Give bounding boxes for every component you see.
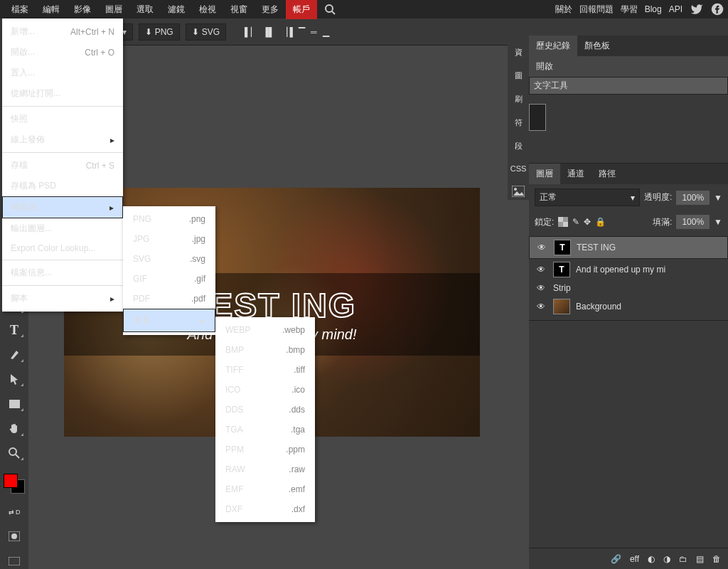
tab-paths[interactable]: 路徑 [592, 164, 623, 184]
delete-layer-icon[interactable]: 🗑 [712, 554, 721, 564]
hand-tool[interactable] [4, 420, 24, 437]
layer-name[interactable]: Strip [553, 283, 571, 293]
menu-open[interactable]: 開啟...Ctrl + O [2, 42, 123, 63]
menu-layer[interactable]: 圖層 [98, 0, 129, 19]
menu-window[interactable]: 視窗 [223, 0, 255, 19]
pen-tool[interactable] [4, 346, 24, 363]
export-emf[interactable]: EMF.emf [215, 479, 315, 499]
export-jpg[interactable]: JPG.jpg [123, 229, 215, 249]
layer-row[interactable]: 👁 Background [529, 296, 728, 317]
side-tab-image-icon[interactable] [510, 183, 526, 200]
menu-view[interactable]: 檢視 [192, 0, 223, 19]
folder-icon[interactable]: 🗀 [679, 554, 687, 564]
screen-mode[interactable] [4, 553, 24, 569]
layer-name[interactable]: TEST ING [577, 243, 616, 252]
visibility-icon[interactable]: 👁 [535, 265, 547, 275]
menu-select[interactable]: 選取 [129, 0, 161, 19]
zoom-tool[interactable] [4, 445, 24, 462]
export-pdf[interactable]: PDF.pdf [123, 289, 215, 309]
layer-row[interactable]: 👁 T And it opened up my mi [529, 259, 728, 280]
export-dds[interactable]: DDS.dds [215, 400, 315, 420]
export-raw[interactable]: RAW.raw [215, 459, 315, 479]
layer-row[interactable]: 👁 T TEST ING [529, 236, 728, 259]
side-tab-layers[interactable]: 圖 [513, 68, 524, 84]
search-icon[interactable] [317, 0, 343, 18]
menu-export-as[interactable]: 轉存為▸ [2, 196, 123, 218]
export-svg[interactable]: SVG.svg [123, 249, 215, 269]
layer-row[interactable]: 👁 Strip [529, 280, 728, 296]
link-blog[interactable]: Blog [645, 4, 662, 14]
quick-mask[interactable] [4, 528, 24, 545]
menu-publish[interactable]: 線上發佈▸ [2, 129, 123, 150]
align-center-h-icon[interactable]: ▐▌ [263, 27, 275, 37]
visibility-icon[interactable]: 👁 [535, 283, 547, 293]
menu-export-layers[interactable]: 輸出圖層... [2, 218, 123, 239]
link-api[interactable]: API [669, 4, 682, 14]
link-report[interactable]: 回報問題 [579, 4, 614, 16]
mask-icon[interactable]: ◐ [648, 554, 655, 564]
visibility-icon[interactable]: 👁 [535, 302, 547, 312]
tab-swatches[interactable]: 顏色板 [577, 36, 617, 56]
side-tab-brush[interactable]: 刷 [513, 91, 524, 107]
link-layers-icon[interactable]: 🔗 [611, 554, 621, 564]
export-tiff[interactable]: TIFF.tiff [215, 360, 315, 380]
align-left-icon[interactable]: ▌▏ [245, 27, 257, 37]
layer-effects-icon[interactable]: eff [630, 554, 639, 564]
side-tab-css[interactable]: CSS [509, 161, 528, 176]
align-top-icon[interactable]: ▔ [299, 27, 305, 37]
export-dxf[interactable]: DXF.dxf [215, 499, 315, 519]
tab-channels[interactable]: 通道 [560, 164, 592, 184]
menu-more[interactable]: 更多 [255, 0, 286, 19]
export-more[interactable]: 更多▸ [123, 309, 215, 332]
align-right-icon[interactable]: ▕▐ [281, 27, 294, 37]
blend-mode-select[interactable]: 正常▾ [535, 188, 640, 206]
menu-snapshot[interactable]: 快照 [2, 109, 123, 129]
shape-tool[interactable] [4, 395, 24, 412]
export-gif[interactable]: GIF.gif [123, 269, 215, 289]
opacity-value[interactable]: 100% [676, 191, 710, 205]
align-bottom-icon[interactable]: ▁ [323, 27, 329, 37]
swap-colors[interactable]: ⇄ D [4, 504, 24, 520]
lock-transparency-icon[interactable] [558, 217, 568, 227]
side-tab-info[interactable]: 資 [513, 44, 524, 60]
side-tab-char[interactable]: 符 [513, 115, 524, 131]
menu-file-info[interactable]: 檔案信息... [2, 262, 123, 283]
export-webp[interactable]: WEBP.webp [215, 320, 315, 340]
menu-edit[interactable]: 編輯 [36, 0, 67, 19]
layer-name[interactable]: Background [576, 302, 621, 312]
menu-save-psd[interactable]: 存檔為 PSD [2, 176, 123, 196]
link-learn[interactable]: 學習 [621, 4, 638, 16]
facebook-icon[interactable] [711, 3, 724, 16]
path-select-tool[interactable] [4, 371, 24, 388]
menu-open-url[interactable]: 從網址打開... [2, 83, 123, 104]
menu-file[interactable]: 檔案 [4, 0, 36, 19]
menu-account[interactable]: 帳戶 [286, 0, 317, 19]
lock-paint-icon[interactable]: ✎ [572, 217, 579, 227]
export-tga[interactable]: TGA.tga [215, 420, 315, 440]
type-tool[interactable]: T [4, 322, 24, 339]
new-layer-icon[interactable]: ▤ [696, 554, 704, 564]
menu-image[interactable]: 影像 [67, 0, 98, 19]
lock-position-icon[interactable]: ✥ [584, 217, 591, 227]
menu-filter[interactable]: 濾鏡 [161, 0, 192, 19]
export-svg-button[interactable]: ⬇SVG [186, 23, 226, 41]
tab-history[interactable]: 歷史紀錄 [529, 36, 577, 56]
side-tab-para[interactable]: 段 [513, 138, 524, 154]
tab-layers[interactable]: 圖層 [529, 164, 560, 184]
link-about[interactable]: 關於 [555, 4, 572, 16]
chevron-down-icon[interactable]: ▼ [714, 217, 722, 227]
menu-script[interactable]: 腳本▸ [2, 288, 123, 309]
menu-export-lut[interactable]: Export Color Lookup... [2, 239, 123, 257]
export-ico[interactable]: ICO.ico [215, 380, 315, 400]
history-item[interactable]: 開啟 [529, 56, 728, 77]
export-ppm[interactable]: PPM.ppm [215, 440, 315, 459]
export-bmp[interactable]: BMP.bmp [215, 340, 315, 360]
export-png-button[interactable]: ⬇PNG [139, 23, 180, 41]
adjustment-icon[interactable]: ◑ [663, 554, 670, 564]
color-swatch[interactable] [4, 474, 25, 494]
history-item[interactable]: 文字工具 [529, 77, 728, 95]
lock-all-icon[interactable]: 🔒 [595, 217, 606, 227]
visibility-icon[interactable]: 👁 [535, 243, 548, 252]
layer-name[interactable]: And it opened up my mi [576, 265, 665, 275]
chevron-down-icon[interactable]: ▼ [714, 193, 722, 203]
